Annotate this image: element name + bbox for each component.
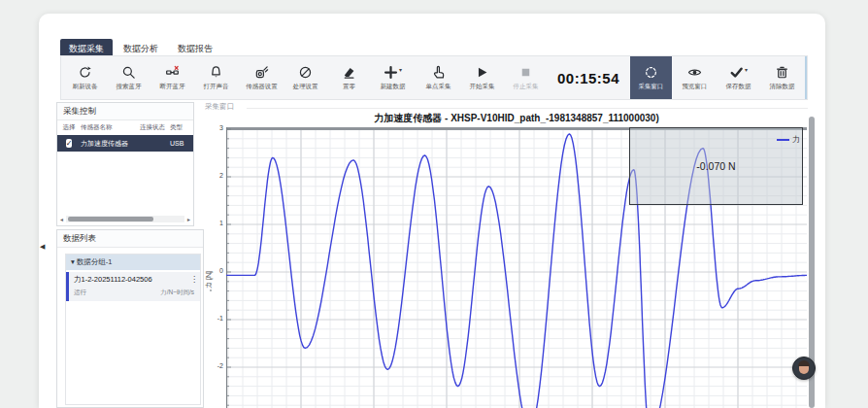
toolbar-button-label: 处理设置 <box>293 83 318 91</box>
y-tick-label: 1 <box>200 220 223 226</box>
main-toolbar: 刷新设备搜索蓝牙断开蓝牙打开声音传感器设置处理设置置零▾新建数据单点采集开始采集… <box>60 55 808 100</box>
y-tick-label: 2 <box>200 172 223 179</box>
group-caret-icon: ▾ <box>71 257 75 266</box>
slash-circle-icon <box>298 64 313 80</box>
toolbar-button-disconnect-bluetooth[interactable]: 断开蓝牙 <box>151 56 193 99</box>
toolbar-button-label: 打开声音 <box>204 83 229 91</box>
chart-legend: 力 <box>777 134 800 145</box>
data-item-axes: 力/N~时间/s <box>160 289 194 297</box>
toolbar-button-label: 搜索蓝牙 <box>117 83 142 91</box>
data-item-status: 运行 <box>74 289 86 297</box>
col-conn-status: 连接状态 <box>135 123 170 132</box>
toolbar-button-experiment-snapshot[interactable]: 实验快照 <box>805 56 808 99</box>
toolbar-button-collect-window[interactable]: 采集窗口 <box>630 56 672 99</box>
y-tick-label: 3 <box>200 124 223 131</box>
force-chart-plot[interactable]: -0.070 N 力 <box>226 127 807 408</box>
collect-timer: 00:15:54 <box>549 70 628 86</box>
app-window: 数据采集 数据分析 数据报告 刷新设备搜索蓝牙断开蓝牙打开声音传感器设置处理设置… <box>39 14 825 408</box>
sensor-table-row[interactable]: ✓ 力加速度传感器 USB <box>57 135 193 152</box>
toolbar-button-label: 停止采集 <box>514 83 539 91</box>
avatar-hair-icon <box>798 360 810 366</box>
toolbar-button-zero-set[interactable]: 置零 <box>328 56 370 99</box>
eraser-icon <box>342 64 356 80</box>
col-select: 选择 <box>57 123 81 132</box>
toolbar-button-sound-on[interactable]: 打开声音 <box>195 56 237 99</box>
sensor-name: 力加速度传感器 <box>81 139 135 149</box>
col-type: 类型 <box>170 123 191 132</box>
play-icon <box>475 64 489 80</box>
toolbar-button-label: 刷新设备 <box>73 83 98 91</box>
toolbar-button-preview-window[interactable]: 预览窗口 <box>674 56 716 99</box>
group-label: 数据分组-1 <box>77 257 113 266</box>
toolbar-button-label: 新建数据 <box>381 83 406 91</box>
toolbar-button-single-point-collect[interactable]: 单点采集 <box>417 56 459 99</box>
toolbar-button-sensor-settings[interactable]: 传感器设置 <box>241 56 283 99</box>
toolbar-button-label: 保存数据 <box>726 83 751 91</box>
caret-down-icon[interactable]: ▾ <box>399 66 402 73</box>
item-menu-icon[interactable]: ⋮ <box>190 275 198 284</box>
collect-control-panel: 采集控制 选择 传感器名称 连接状态 类型 ✓ 力加速度传感器 USB ◄ ► <box>56 102 194 226</box>
collapse-panel-icon[interactable]: ◀ <box>40 243 45 251</box>
data-list-panel: 数据列表 ▾ 数据分组-1 力1-2-20251112-042506 ⋮ 运行 … <box>56 229 204 408</box>
toolbar-button-label: 单点采集 <box>426 83 451 91</box>
legend-line-swatch <box>777 139 789 141</box>
avatar-button[interactable] <box>792 357 816 380</box>
selection-annotation: -0.070 N <box>696 160 735 172</box>
y-axis-label: 力 [N] <box>204 251 216 309</box>
caret-down-icon[interactable]: ▾ <box>745 66 748 73</box>
toolbar-button-label: 传感器设置 <box>246 83 278 91</box>
toolbar-button-search-bluetooth[interactable]: 搜索蓝牙 <box>108 56 150 99</box>
data-list-title: 数据列表 <box>57 230 203 248</box>
sensor-type: USB <box>170 140 191 147</box>
refresh-icon <box>78 64 92 80</box>
bt-disconnect-icon <box>165 64 180 80</box>
hscroll-thumb[interactable] <box>68 217 153 221</box>
plus-icon: ▾ <box>384 64 402 80</box>
horizontal-scrollbar[interactable]: ◄ ► <box>59 215 191 223</box>
scroll-right-icon[interactable]: ► <box>186 217 191 222</box>
toolbar-button-clear-data[interactable]: 清除数据 <box>761 56 803 99</box>
toolbar-button-label: 置零 <box>343 83 355 91</box>
screen: 数据采集 数据分析 数据报告 刷新设备搜索蓝牙断开蓝牙打开声音传感器设置处理设置… <box>0 0 868 408</box>
check-icon: ▾ <box>729 64 748 80</box>
sensor-table-header: 选择 传感器名称 连接状态 类型 <box>57 120 193 135</box>
search-icon <box>121 64 136 80</box>
toolbar-button-label: 断开蓝牙 <box>160 83 185 91</box>
data-item-row[interactable]: 力1-2-20251112-042506 ⋮ 运行 力/N~时间/s <box>66 272 200 301</box>
collect-control-title: 采集控制 <box>57 103 193 120</box>
y-tick-label: 0 <box>200 267 223 274</box>
toolbar-button-label: 开始采集 <box>470 83 495 91</box>
toolbar-button-start-collect[interactable]: 开始采集 <box>461 56 503 99</box>
data-group-row[interactable]: ▾ 数据分组-1 <box>66 255 200 270</box>
toolbar-button-stop-collect[interactable]: 停止采集 <box>505 56 547 99</box>
toolbar-button-label: 清除数据 <box>770 83 795 91</box>
toolbar-button-new-data[interactable]: ▾新建数据 <box>372 56 414 99</box>
eye-icon <box>687 64 702 80</box>
trash-icon <box>775 64 789 80</box>
scroll-left-icon[interactable]: ◄ <box>59 217 64 222</box>
col-sensor-name: 传感器名称 <box>81 123 135 132</box>
divider <box>247 108 808 109</box>
toolbar-button-refresh-device[interactable]: 刷新设备 <box>64 56 106 99</box>
toolbar-button-process-settings[interactable]: 处理设置 <box>284 56 326 99</box>
toolbar-button-save-data[interactable]: ▾保存数据 <box>718 56 759 99</box>
bell-icon <box>209 64 223 80</box>
chart-panel-label: 采集窗口 <box>205 102 234 112</box>
dashed-circle-icon <box>644 64 658 80</box>
chart-title: 力加速度传感器 - XHSP-V10HID_path_-1981348857_1… <box>226 112 807 125</box>
data-list-content: ▾ 数据分组-1 力1-2-20251112-042506 ⋮ 运行 力/N~时… <box>65 254 201 405</box>
hand-icon <box>431 64 446 80</box>
y-tick-label: -1 <box>200 315 223 322</box>
data-item-title: 力1-2-20251112-042506 <box>74 275 196 285</box>
sensor-icon <box>254 64 269 80</box>
stop-icon <box>518 64 533 80</box>
toolbar-button-label: 预览窗口 <box>683 83 708 91</box>
legend-series-label: 力 <box>792 134 800 145</box>
toolbar-button-label: 采集窗口 <box>639 83 664 91</box>
y-tick-label: -2 <box>200 362 223 369</box>
sensor-row-checkbox[interactable]: ✓ <box>66 139 73 148</box>
